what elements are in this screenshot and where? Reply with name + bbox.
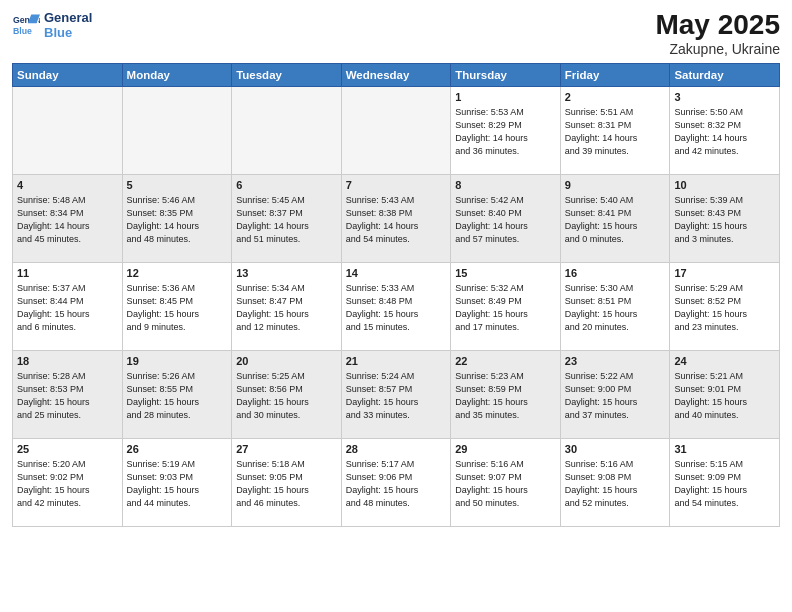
table-row: 22Sunrise: 5:23 AM Sunset: 8:59 PM Dayli…: [451, 350, 561, 438]
calendar-header-row: Sunday Monday Tuesday Wednesday Thursday…: [13, 63, 780, 86]
day-number: 11: [17, 266, 118, 281]
day-number: 9: [565, 178, 666, 193]
logo-blue: Blue: [44, 25, 92, 40]
svg-text:Blue: Blue: [13, 26, 32, 36]
table-row: 26Sunrise: 5:19 AM Sunset: 9:03 PM Dayli…: [122, 438, 232, 526]
day-number: 20: [236, 354, 337, 369]
table-row: 10Sunrise: 5:39 AM Sunset: 8:43 PM Dayli…: [670, 174, 780, 262]
calendar-week-row: 11Sunrise: 5:37 AM Sunset: 8:44 PM Dayli…: [13, 262, 780, 350]
table-row: 2Sunrise: 5:51 AM Sunset: 8:31 PM Daylig…: [560, 86, 670, 174]
table-row: 7Sunrise: 5:43 AM Sunset: 8:38 PM Daylig…: [341, 174, 451, 262]
day-number: 4: [17, 178, 118, 193]
calendar-table: Sunday Monday Tuesday Wednesday Thursday…: [12, 63, 780, 527]
day-info: Sunrise: 5:23 AM Sunset: 8:59 PM Dayligh…: [455, 370, 556, 422]
table-row: 31Sunrise: 5:15 AM Sunset: 9:09 PM Dayli…: [670, 438, 780, 526]
logo: General Blue General Blue: [12, 10, 92, 40]
day-number: 27: [236, 442, 337, 457]
day-number: 25: [17, 442, 118, 457]
table-row: 24Sunrise: 5:21 AM Sunset: 9:01 PM Dayli…: [670, 350, 780, 438]
table-row: 30Sunrise: 5:16 AM Sunset: 9:08 PM Dayli…: [560, 438, 670, 526]
table-row: 4Sunrise: 5:48 AM Sunset: 8:34 PM Daylig…: [13, 174, 123, 262]
day-info: Sunrise: 5:37 AM Sunset: 8:44 PM Dayligh…: [17, 282, 118, 334]
table-row: 21Sunrise: 5:24 AM Sunset: 8:57 PM Dayli…: [341, 350, 451, 438]
col-saturday: Saturday: [670, 63, 780, 86]
calendar-week-row: 25Sunrise: 5:20 AM Sunset: 9:02 PM Dayli…: [13, 438, 780, 526]
day-number: 7: [346, 178, 447, 193]
table-row: 8Sunrise: 5:42 AM Sunset: 8:40 PM Daylig…: [451, 174, 561, 262]
table-row: 6Sunrise: 5:45 AM Sunset: 8:37 PM Daylig…: [232, 174, 342, 262]
day-info: Sunrise: 5:32 AM Sunset: 8:49 PM Dayligh…: [455, 282, 556, 334]
table-row: 23Sunrise: 5:22 AM Sunset: 9:00 PM Dayli…: [560, 350, 670, 438]
table-row: 9Sunrise: 5:40 AM Sunset: 8:41 PM Daylig…: [560, 174, 670, 262]
day-number: 30: [565, 442, 666, 457]
table-row: 11Sunrise: 5:37 AM Sunset: 8:44 PM Dayli…: [13, 262, 123, 350]
day-info: Sunrise: 5:53 AM Sunset: 8:29 PM Dayligh…: [455, 106, 556, 158]
table-row: 14Sunrise: 5:33 AM Sunset: 8:48 PM Dayli…: [341, 262, 451, 350]
day-number: 16: [565, 266, 666, 281]
table-row: 1Sunrise: 5:53 AM Sunset: 8:29 PM Daylig…: [451, 86, 561, 174]
day-number: 28: [346, 442, 447, 457]
day-number: 2: [565, 90, 666, 105]
day-info: Sunrise: 5:19 AM Sunset: 9:03 PM Dayligh…: [127, 458, 228, 510]
day-number: 31: [674, 442, 775, 457]
table-row: 12Sunrise: 5:36 AM Sunset: 8:45 PM Dayli…: [122, 262, 232, 350]
day-number: 8: [455, 178, 556, 193]
day-info: Sunrise: 5:26 AM Sunset: 8:55 PM Dayligh…: [127, 370, 228, 422]
month-title: May 2025: [655, 10, 780, 41]
table-row: [232, 86, 342, 174]
day-info: Sunrise: 5:20 AM Sunset: 9:02 PM Dayligh…: [17, 458, 118, 510]
table-row: 18Sunrise: 5:28 AM Sunset: 8:53 PM Dayli…: [13, 350, 123, 438]
day-info: Sunrise: 5:16 AM Sunset: 9:08 PM Dayligh…: [565, 458, 666, 510]
day-number: 6: [236, 178, 337, 193]
table-row: 19Sunrise: 5:26 AM Sunset: 8:55 PM Dayli…: [122, 350, 232, 438]
day-info: Sunrise: 5:50 AM Sunset: 8:32 PM Dayligh…: [674, 106, 775, 158]
day-info: Sunrise: 5:15 AM Sunset: 9:09 PM Dayligh…: [674, 458, 775, 510]
table-row: 28Sunrise: 5:17 AM Sunset: 9:06 PM Dayli…: [341, 438, 451, 526]
title-block: May 2025 Zakupne, Ukraine: [655, 10, 780, 57]
table-row: 17Sunrise: 5:29 AM Sunset: 8:52 PM Dayli…: [670, 262, 780, 350]
day-info: Sunrise: 5:43 AM Sunset: 8:38 PM Dayligh…: [346, 194, 447, 246]
day-info: Sunrise: 5:33 AM Sunset: 8:48 PM Dayligh…: [346, 282, 447, 334]
table-row: 15Sunrise: 5:32 AM Sunset: 8:49 PM Dayli…: [451, 262, 561, 350]
day-info: Sunrise: 5:24 AM Sunset: 8:57 PM Dayligh…: [346, 370, 447, 422]
day-number: 23: [565, 354, 666, 369]
day-info: Sunrise: 5:28 AM Sunset: 8:53 PM Dayligh…: [17, 370, 118, 422]
day-number: 15: [455, 266, 556, 281]
col-sunday: Sunday: [13, 63, 123, 86]
day-info: Sunrise: 5:45 AM Sunset: 8:37 PM Dayligh…: [236, 194, 337, 246]
table-row: 3Sunrise: 5:50 AM Sunset: 8:32 PM Daylig…: [670, 86, 780, 174]
col-monday: Monday: [122, 63, 232, 86]
col-thursday: Thursday: [451, 63, 561, 86]
table-row: 13Sunrise: 5:34 AM Sunset: 8:47 PM Dayli…: [232, 262, 342, 350]
day-info: Sunrise: 5:42 AM Sunset: 8:40 PM Dayligh…: [455, 194, 556, 246]
day-number: 22: [455, 354, 556, 369]
day-info: Sunrise: 5:25 AM Sunset: 8:56 PM Dayligh…: [236, 370, 337, 422]
location-title: Zakupne, Ukraine: [655, 41, 780, 57]
col-tuesday: Tuesday: [232, 63, 342, 86]
day-number: 18: [17, 354, 118, 369]
table-row: 29Sunrise: 5:16 AM Sunset: 9:07 PM Dayli…: [451, 438, 561, 526]
calendar-week-row: 18Sunrise: 5:28 AM Sunset: 8:53 PM Dayli…: [13, 350, 780, 438]
day-number: 19: [127, 354, 228, 369]
day-info: Sunrise: 5:34 AM Sunset: 8:47 PM Dayligh…: [236, 282, 337, 334]
table-row: 16Sunrise: 5:30 AM Sunset: 8:51 PM Dayli…: [560, 262, 670, 350]
day-number: 29: [455, 442, 556, 457]
day-number: 13: [236, 266, 337, 281]
day-info: Sunrise: 5:21 AM Sunset: 9:01 PM Dayligh…: [674, 370, 775, 422]
day-info: Sunrise: 5:18 AM Sunset: 9:05 PM Dayligh…: [236, 458, 337, 510]
day-info: Sunrise: 5:40 AM Sunset: 8:41 PM Dayligh…: [565, 194, 666, 246]
day-number: 12: [127, 266, 228, 281]
table-row: 25Sunrise: 5:20 AM Sunset: 9:02 PM Dayli…: [13, 438, 123, 526]
day-number: 21: [346, 354, 447, 369]
col-friday: Friday: [560, 63, 670, 86]
day-info: Sunrise: 5:46 AM Sunset: 8:35 PM Dayligh…: [127, 194, 228, 246]
table-row: 20Sunrise: 5:25 AM Sunset: 8:56 PM Dayli…: [232, 350, 342, 438]
day-number: 5: [127, 178, 228, 193]
day-number: 14: [346, 266, 447, 281]
table-row: 27Sunrise: 5:18 AM Sunset: 9:05 PM Dayli…: [232, 438, 342, 526]
table-row: [13, 86, 123, 174]
day-number: 1: [455, 90, 556, 105]
logo-icon: General Blue: [12, 11, 40, 39]
day-info: Sunrise: 5:30 AM Sunset: 8:51 PM Dayligh…: [565, 282, 666, 334]
day-number: 10: [674, 178, 775, 193]
